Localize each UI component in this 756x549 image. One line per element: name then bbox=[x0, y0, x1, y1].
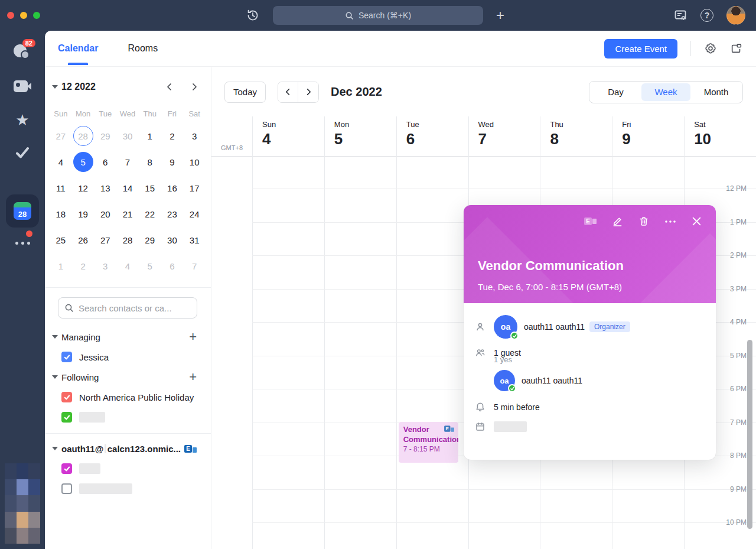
mini-calendar-day[interactable]: 6 bbox=[161, 253, 184, 279]
calendar-list-item[interactable] bbox=[45, 459, 211, 479]
day-header-mon[interactable]: Mon5 bbox=[324, 116, 396, 156]
mini-calendar-day[interactable]: 9 bbox=[161, 149, 184, 175]
calendar-list-item[interactable]: North America Public Holiday bbox=[45, 387, 211, 407]
mini-calendar-day[interactable]: 18 bbox=[50, 201, 72, 227]
mini-calendar-day[interactable]: 11 bbox=[50, 175, 72, 201]
mini-calendar-day[interactable]: 22 bbox=[139, 201, 161, 227]
tab-rooms[interactable]: Rooms bbox=[128, 43, 158, 54]
calendar-group-header[interactable]: Following+ bbox=[45, 367, 211, 387]
history-icon[interactable] bbox=[246, 8, 260, 25]
view-button-week[interactable]: Week bbox=[641, 83, 690, 101]
sidebar-item-favorites[interactable]: ★ bbox=[0, 103, 45, 137]
announcement-icon[interactable] bbox=[673, 8, 687, 22]
user-avatar[interactable] bbox=[726, 6, 745, 25]
zoom-window-button[interactable] bbox=[33, 12, 40, 19]
calendar-checkbox[interactable] bbox=[61, 412, 72, 423]
day-column[interactable] bbox=[252, 157, 324, 549]
day-header-wed[interactable]: Wed7 bbox=[468, 116, 540, 156]
next-week-button[interactable] bbox=[298, 82, 318, 102]
mini-calendar-day[interactable]: 30 bbox=[116, 123, 139, 149]
delete-icon[interactable] bbox=[638, 216, 649, 227]
mini-calendar-day[interactable]: 20 bbox=[94, 201, 116, 227]
mini-calendar-day[interactable]: 1 bbox=[50, 253, 72, 279]
mini-calendar-day[interactable]: 10 bbox=[183, 149, 206, 175]
today-button[interactable]: Today bbox=[224, 82, 266, 103]
new-tab-button[interactable]: + bbox=[496, 7, 504, 24]
add-calendar-button[interactable]: + bbox=[189, 371, 197, 383]
mini-calendar-day[interactable]: 19 bbox=[72, 201, 94, 227]
window-controls[interactable] bbox=[7, 12, 40, 19]
mini-calendar-day[interactable]: 23 bbox=[161, 201, 184, 227]
calendar-group-header[interactable]: Managing+ bbox=[45, 327, 211, 347]
mini-calendar-day[interactable]: 8 bbox=[139, 149, 161, 175]
sidebar-item-more[interactable] bbox=[0, 223, 45, 256]
mini-calendar-day[interactable]: 29 bbox=[94, 123, 116, 149]
mini-calendar-day[interactable]: 12 bbox=[72, 175, 94, 201]
mini-calendar-day[interactable]: 5 bbox=[139, 253, 161, 279]
sidebar-item-meetings[interactable] bbox=[0, 70, 45, 103]
panels-layout-icon[interactable] bbox=[730, 42, 743, 55]
mini-calendar-prev-button[interactable] bbox=[165, 82, 174, 92]
view-button-month[interactable]: Month bbox=[692, 83, 741, 101]
caret-down-icon[interactable] bbox=[52, 335, 58, 339]
caret-down-icon[interactable] bbox=[52, 375, 58, 379]
mini-calendar-day[interactable]: 17 bbox=[183, 175, 206, 201]
calendar-checkbox[interactable] bbox=[61, 463, 72, 474]
event-block-vendor-communication[interactable]: E Vendor Communication 7 - 8:15 PM bbox=[399, 422, 458, 463]
calendar-checkbox[interactable] bbox=[61, 352, 72, 362]
mini-calendar-day[interactable]: 7 bbox=[116, 149, 139, 175]
mini-calendar-day[interactable]: 21 bbox=[116, 201, 139, 227]
minimize-window-button[interactable] bbox=[20, 12, 27, 19]
mini-calendar-day[interactable]: 4 bbox=[116, 253, 139, 279]
day-column[interactable] bbox=[396, 157, 468, 549]
caret-down-icon[interactable] bbox=[52, 447, 58, 450]
mini-calendar-day[interactable]: 3 bbox=[183, 123, 206, 149]
organizer-avatar[interactable]: oa bbox=[494, 315, 517, 339]
day-header-sat[interactable]: Sat10 bbox=[684, 116, 756, 156]
calendar-checkbox[interactable] bbox=[61, 483, 72, 494]
day-header-tue[interactable]: Tue6 bbox=[396, 116, 468, 156]
mini-calendar-day[interactable]: 30 bbox=[161, 227, 184, 253]
mini-calendar-day[interactable]: 7 bbox=[183, 253, 206, 279]
mini-calendar-day[interactable]: 16 bbox=[161, 175, 184, 201]
vertical-scrollbar[interactable] bbox=[747, 340, 752, 529]
create-event-button[interactable]: Create Event bbox=[604, 39, 677, 59]
mini-calendar-day[interactable]: 27 bbox=[94, 227, 116, 253]
mini-calendar-day[interactable]: 3 bbox=[94, 253, 116, 279]
day-header-thu[interactable]: Thu8 bbox=[540, 116, 612, 156]
mini-calendar-day[interactable]: 28 bbox=[72, 123, 94, 149]
add-calendar-button[interactable]: + bbox=[189, 331, 197, 343]
calendar-group-header[interactable]: oauth11@calcn123.onmic...E bbox=[45, 438, 211, 459]
mini-calendar-day[interactable]: 6 bbox=[94, 149, 116, 175]
mini-calendar-day[interactable]: 25 bbox=[50, 227, 72, 253]
close-icon[interactable] bbox=[692, 216, 702, 226]
day-column[interactable] bbox=[324, 157, 396, 549]
help-icon[interactable]: ? bbox=[700, 9, 713, 22]
mini-calendar-day[interactable]: 2 bbox=[72, 253, 94, 279]
mini-calendar-day[interactable]: 26 bbox=[72, 227, 94, 253]
mini-calendar-day[interactable]: 13 bbox=[94, 175, 116, 201]
sidebar-item-messenger[interactable]: 82 bbox=[0, 35, 45, 69]
guest-row[interactable]: oaoauth11 oauth11 bbox=[494, 370, 702, 391]
sidebar-item-tasks[interactable] bbox=[0, 136, 45, 169]
calendar-checkbox[interactable] bbox=[61, 392, 72, 402]
mini-calendar-day[interactable]: 24 bbox=[183, 201, 206, 227]
tab-calendar[interactable]: Calendar bbox=[58, 43, 98, 54]
settings-gear-icon[interactable] bbox=[704, 42, 717, 55]
mini-calendar-next-button[interactable] bbox=[190, 82, 199, 92]
mini-calendar-day[interactable]: 1 bbox=[139, 123, 161, 149]
close-window-button[interactable] bbox=[7, 12, 14, 19]
sidebar-item-calendar[interactable]: 28 bbox=[0, 194, 45, 228]
mini-calendar-day[interactable]: 5 bbox=[72, 149, 94, 175]
calendar-list-item[interactable]: Jessica bbox=[45, 347, 211, 367]
mini-calendar-day[interactable]: 14 bbox=[116, 175, 139, 201]
blurred-profile-avatar[interactable] bbox=[5, 463, 40, 544]
mini-calendar-day[interactable]: 27 bbox=[50, 123, 72, 149]
mini-calendar-day[interactable]: 2 bbox=[161, 123, 184, 149]
mini-calendar-day[interactable]: 4 bbox=[50, 149, 72, 175]
mini-calendar-title[interactable]: 12 2022 bbox=[61, 82, 96, 92]
day-header-fri[interactable]: Fri9 bbox=[612, 116, 684, 156]
calendar-list-item[interactable] bbox=[45, 407, 211, 427]
mini-calendar-day[interactable]: 28 bbox=[116, 227, 139, 253]
calendar-list-item[interactable] bbox=[45, 479, 211, 499]
